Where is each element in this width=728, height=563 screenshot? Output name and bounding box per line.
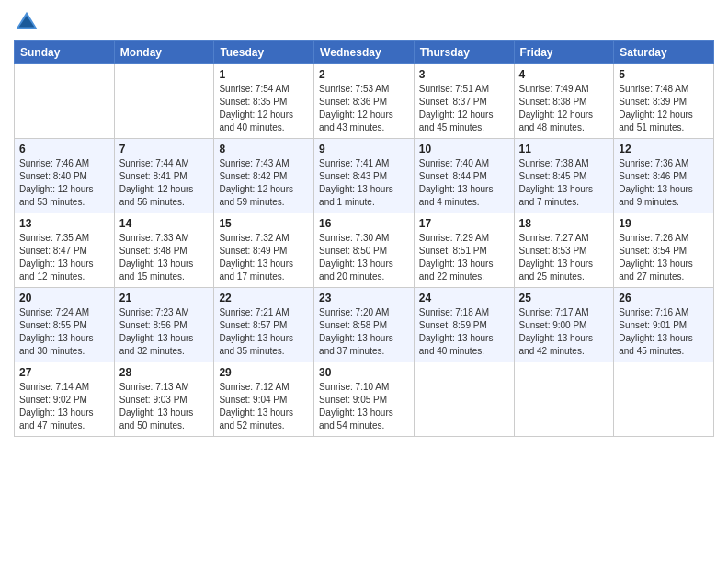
day-info: Sunrise: 7:23 AM Sunset: 8:56 PM Dayligh…: [119, 306, 210, 358]
day-number: 15: [219, 217, 309, 230]
day-info: Sunrise: 7:33 AM Sunset: 8:48 PM Dayligh…: [119, 232, 210, 283]
day-number: 10: [419, 143, 509, 155]
week-row-1: 1Sunrise: 7:54 AM Sunset: 8:35 PM Daylig…: [15, 64, 714, 139]
day-number: 28: [119, 366, 210, 379]
col-header-saturday: Saturday: [614, 41, 714, 64]
col-header-thursday: Thursday: [414, 41, 514, 64]
day-cell: 19Sunrise: 7:26 AM Sunset: 8:54 PM Dayli…: [614, 213, 714, 288]
day-info: Sunrise: 7:36 AM Sunset: 8:46 PM Dayligh…: [619, 157, 709, 209]
day-info: Sunrise: 7:12 AM Sunset: 9:04 PM Dayligh…: [219, 381, 309, 432]
day-number: 21: [119, 292, 210, 304]
day-number: 27: [19, 366, 109, 379]
day-info: Sunrise: 7:54 AM Sunset: 8:35 PM Dayligh…: [219, 83, 309, 134]
day-info: Sunrise: 7:18 AM Sunset: 8:59 PM Dayligh…: [419, 306, 509, 358]
day-number: 29: [219, 366, 309, 379]
day-cell: [514, 362, 614, 437]
week-row-3: 13Sunrise: 7:35 AM Sunset: 8:47 PM Dayli…: [15, 213, 714, 288]
day-info: Sunrise: 7:10 AM Sunset: 9:05 PM Dayligh…: [319, 381, 409, 432]
week-row-5: 27Sunrise: 7:14 AM Sunset: 9:02 PM Dayli…: [15, 362, 714, 437]
day-info: Sunrise: 7:40 AM Sunset: 8:44 PM Dayligh…: [419, 157, 509, 209]
day-number: 6: [19, 143, 109, 155]
col-header-friday: Friday: [514, 41, 614, 64]
day-cell: 13Sunrise: 7:35 AM Sunset: 8:47 PM Dayli…: [15, 213, 115, 288]
logo-icon: [14, 9, 40, 35]
day-cell: 24Sunrise: 7:18 AM Sunset: 8:59 PM Dayli…: [414, 288, 514, 362]
day-info: Sunrise: 7:51 AM Sunset: 8:37 PM Dayligh…: [419, 83, 509, 134]
day-cell: 9Sunrise: 7:41 AM Sunset: 8:43 PM Daylig…: [314, 139, 415, 213]
day-cell: 22Sunrise: 7:21 AM Sunset: 8:57 PM Dayli…: [214, 288, 314, 362]
day-info: Sunrise: 7:49 AM Sunset: 8:38 PM Dayligh…: [519, 83, 609, 134]
day-cell: 1Sunrise: 7:54 AM Sunset: 8:35 PM Daylig…: [214, 64, 314, 139]
day-cell: 12Sunrise: 7:36 AM Sunset: 8:46 PM Dayli…: [614, 139, 714, 213]
day-number: 18: [519, 217, 609, 230]
day-number: 9: [319, 143, 409, 155]
day-cell: 2Sunrise: 7:53 AM Sunset: 8:36 PM Daylig…: [314, 64, 415, 139]
day-cell: 20Sunrise: 7:24 AM Sunset: 8:55 PM Dayli…: [15, 288, 115, 362]
header-row: SundayMondayTuesdayWednesdayThursdayFrid…: [15, 41, 714, 64]
day-cell: 4Sunrise: 7:49 AM Sunset: 8:38 PM Daylig…: [514, 64, 614, 139]
day-cell: [114, 64, 214, 139]
day-cell: 15Sunrise: 7:32 AM Sunset: 8:49 PM Dayli…: [214, 213, 314, 288]
day-cell: 27Sunrise: 7:14 AM Sunset: 9:02 PM Dayli…: [15, 362, 115, 437]
day-info: Sunrise: 7:44 AM Sunset: 8:41 PM Dayligh…: [119, 157, 210, 209]
day-cell: 23Sunrise: 7:20 AM Sunset: 8:58 PM Dayli…: [314, 288, 415, 362]
day-cell: 11Sunrise: 7:38 AM Sunset: 8:45 PM Dayli…: [514, 139, 614, 213]
day-number: 19: [619, 217, 709, 230]
day-number: 22: [219, 292, 309, 304]
day-info: Sunrise: 7:29 AM Sunset: 8:51 PM Dayligh…: [419, 232, 509, 283]
day-number: 4: [519, 68, 609, 81]
day-number: 16: [319, 217, 409, 230]
calendar: SundayMondayTuesdayWednesdayThursdayFrid…: [14, 40, 714, 437]
day-cell: 10Sunrise: 7:40 AM Sunset: 8:44 PM Dayli…: [414, 139, 514, 213]
day-cell: 30Sunrise: 7:10 AM Sunset: 9:05 PM Dayli…: [314, 362, 415, 437]
day-number: 13: [19, 217, 109, 230]
day-info: Sunrise: 7:27 AM Sunset: 8:53 PM Dayligh…: [519, 232, 609, 283]
day-cell: 7Sunrise: 7:44 AM Sunset: 8:41 PM Daylig…: [114, 139, 214, 213]
day-number: 12: [619, 143, 709, 155]
day-info: Sunrise: 7:35 AM Sunset: 8:47 PM Dayligh…: [19, 232, 109, 283]
calendar-head: SundayMondayTuesdayWednesdayThursdayFrid…: [15, 41, 714, 64]
week-row-2: 6Sunrise: 7:46 AM Sunset: 8:40 PM Daylig…: [15, 139, 714, 213]
header: [14, 9, 714, 35]
day-cell: [15, 64, 115, 139]
day-info: Sunrise: 7:53 AM Sunset: 8:36 PM Dayligh…: [319, 83, 409, 134]
day-info: Sunrise: 7:43 AM Sunset: 8:42 PM Dayligh…: [219, 157, 309, 209]
col-header-monday: Monday: [114, 41, 214, 64]
day-cell: 25Sunrise: 7:17 AM Sunset: 9:00 PM Dayli…: [514, 288, 614, 362]
day-number: 14: [119, 217, 210, 230]
day-number: 25: [519, 292, 609, 304]
day-info: Sunrise: 7:14 AM Sunset: 9:02 PM Dayligh…: [19, 381, 109, 432]
day-number: 1: [219, 68, 309, 81]
day-cell: 17Sunrise: 7:29 AM Sunset: 8:51 PM Dayli…: [414, 213, 514, 288]
page: SundayMondayTuesdayWednesdayThursdayFrid…: [0, 0, 728, 563]
day-info: Sunrise: 7:16 AM Sunset: 9:01 PM Dayligh…: [619, 306, 709, 358]
day-cell: [414, 362, 514, 437]
day-number: 8: [219, 143, 309, 155]
day-cell: 8Sunrise: 7:43 AM Sunset: 8:42 PM Daylig…: [214, 139, 314, 213]
day-cell: 29Sunrise: 7:12 AM Sunset: 9:04 PM Dayli…: [214, 362, 314, 437]
day-info: Sunrise: 7:26 AM Sunset: 8:54 PM Dayligh…: [619, 232, 709, 283]
day-cell: 18Sunrise: 7:27 AM Sunset: 8:53 PM Dayli…: [514, 213, 614, 288]
calendar-body: 1Sunrise: 7:54 AM Sunset: 8:35 PM Daylig…: [15, 64, 714, 437]
logo: [14, 9, 43, 35]
day-cell: 5Sunrise: 7:48 AM Sunset: 8:39 PM Daylig…: [614, 64, 714, 139]
day-cell: 3Sunrise: 7:51 AM Sunset: 8:37 PM Daylig…: [414, 64, 514, 139]
col-header-sunday: Sunday: [15, 41, 115, 64]
day-info: Sunrise: 7:46 AM Sunset: 8:40 PM Dayligh…: [19, 157, 109, 209]
col-header-wednesday: Wednesday: [314, 41, 415, 64]
day-info: Sunrise: 7:20 AM Sunset: 8:58 PM Dayligh…: [319, 306, 409, 358]
col-header-tuesday: Tuesday: [214, 41, 314, 64]
day-cell: 26Sunrise: 7:16 AM Sunset: 9:01 PM Dayli…: [614, 288, 714, 362]
day-number: 26: [619, 292, 709, 304]
day-info: Sunrise: 7:13 AM Sunset: 9:03 PM Dayligh…: [119, 381, 210, 432]
day-number: 23: [319, 292, 409, 304]
day-cell: 16Sunrise: 7:30 AM Sunset: 8:50 PM Dayli…: [314, 213, 415, 288]
day-number: 24: [419, 292, 509, 304]
day-info: Sunrise: 7:30 AM Sunset: 8:50 PM Dayligh…: [319, 232, 409, 283]
day-cell: 14Sunrise: 7:33 AM Sunset: 8:48 PM Dayli…: [114, 213, 214, 288]
day-number: 11: [519, 143, 609, 155]
day-number: 3: [419, 68, 509, 81]
day-number: 30: [319, 366, 409, 379]
day-number: 7: [119, 143, 210, 155]
day-cell: [614, 362, 714, 437]
